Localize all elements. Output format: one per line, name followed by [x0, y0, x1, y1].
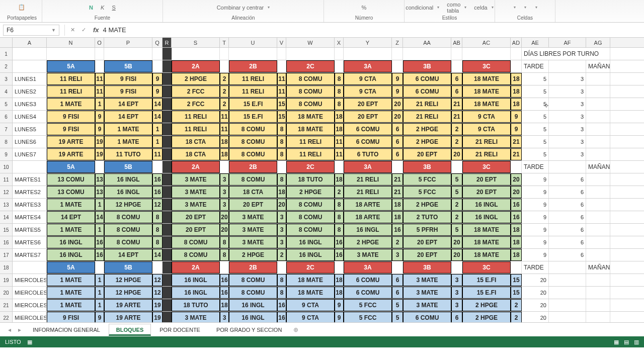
- cell[interactable]: [277, 161, 286, 173]
- cell[interactable]: [586, 287, 610, 299]
- cell[interactable]: 5 PFRH: [403, 224, 451, 236]
- table-row[interactable]: 105A5B2A2B2C3A3B3CTARDEMAÑAN: [0, 161, 644, 173]
- cell[interactable]: 8: [335, 73, 344, 85]
- col-W[interactable]: W: [286, 38, 335, 47]
- cell[interactable]: 21: [511, 148, 522, 160]
- cell[interactable]: 18 MATE: [286, 274, 335, 286]
- cell[interactable]: 18: [335, 111, 344, 123]
- formula-value[interactable]: 4 MATE: [103, 26, 126, 34]
- cell[interactable]: 8: [277, 123, 286, 135]
- cell[interactable]: [549, 161, 586, 173]
- cell[interactable]: 9: [522, 173, 549, 186]
- table-row[interactable]: 12MARTES213 COMU1316 INGL163 MATE318 CTA…: [0, 186, 644, 199]
- cell[interactable]: [220, 261, 229, 274]
- cell[interactable]: [13, 60, 47, 72]
- cell[interactable]: 21 RELI: [344, 173, 392, 186]
- table-row[interactable]: 7LUNES59 FISI91 MATE111 RELI118 COMU818 …: [0, 123, 644, 136]
- cell[interactable]: 9: [522, 236, 549, 248]
- cell[interactable]: 8 COMU: [229, 287, 277, 299]
- cell[interactable]: 14: [152, 111, 163, 123]
- cell[interactable]: [163, 312, 172, 322]
- cell[interactable]: 20 EPT: [344, 98, 392, 110]
- cell[interactable]: MARTES1: [13, 173, 47, 186]
- cell[interactable]: 5: [451, 186, 462, 198]
- cell[interactable]: [586, 211, 610, 223]
- cell[interactable]: 2 FCC: [172, 85, 220, 98]
- cell[interactable]: 2 TUTO: [403, 211, 451, 223]
- col-AC[interactable]: AC: [462, 38, 511, 47]
- cell[interactable]: 15: [277, 111, 286, 123]
- cell[interactable]: 9 FISI: [104, 73, 152, 85]
- cell[interactable]: 2 HPGE: [403, 136, 451, 148]
- cell[interactable]: 8: [220, 249, 229, 261]
- cell[interactable]: 8: [277, 173, 286, 186]
- cell[interactable]: [392, 261, 403, 274]
- cell[interactable]: [451, 161, 462, 173]
- cell[interactable]: 3B: [403, 60, 451, 72]
- cell[interactable]: 8 COMU: [229, 123, 277, 135]
- grid[interactable]: ✧ A N O P Q R S T U V W X Y Z AA AB AC A…: [0, 38, 644, 322]
- cell[interactable]: [163, 199, 172, 211]
- col-Z[interactable]: Z: [392, 38, 403, 47]
- cell[interactable]: 9: [152, 73, 163, 85]
- cell[interactable]: 9: [522, 249, 549, 261]
- cell[interactable]: [95, 161, 104, 173]
- cell[interactable]: 3A: [344, 60, 392, 72]
- cell[interactable]: 8 COMU: [104, 224, 152, 236]
- table-row[interactable]: 185A5B2A2B2C3A3B3CTARDEMAÑAN: [0, 261, 644, 274]
- cell[interactable]: 5 FCC: [344, 312, 392, 322]
- table-row[interactable]: 21MIERCOLES31 MATE119 ARTE1918 TUTO1816 …: [0, 299, 644, 312]
- cell[interactable]: 18 MATE: [462, 98, 511, 110]
- cell[interactable]: [277, 60, 286, 72]
- cell[interactable]: 16 INGL: [104, 186, 152, 198]
- cell[interactable]: [451, 48, 462, 60]
- cell[interactable]: 9: [95, 123, 104, 135]
- cell[interactable]: 1: [95, 199, 104, 211]
- cell[interactable]: 9: [335, 312, 344, 322]
- cell[interactable]: 2 HPGE: [229, 249, 277, 261]
- cell[interactable]: 3 MATE: [172, 199, 220, 211]
- cell[interactable]: 21: [511, 136, 522, 148]
- cell[interactable]: [229, 48, 277, 60]
- cell[interactable]: [335, 48, 344, 60]
- cell[interactable]: 16 INGL: [47, 249, 95, 261]
- cell[interactable]: 2: [451, 211, 462, 223]
- cell[interactable]: 16: [335, 236, 344, 248]
- cell[interactable]: 8: [277, 274, 286, 286]
- cell[interactable]: 18: [511, 249, 522, 261]
- cell[interactable]: 16: [220, 274, 229, 286]
- cell[interactable]: 18 TUTO: [172, 299, 220, 311]
- cell[interactable]: [586, 274, 610, 286]
- cell[interactable]: 2A: [172, 161, 220, 173]
- cell[interactable]: 20: [511, 186, 522, 198]
- cell[interactable]: [586, 73, 610, 85]
- cell[interactable]: 3: [549, 136, 586, 148]
- cell[interactable]: 3 MATE: [229, 236, 277, 248]
- cell[interactable]: 20: [451, 249, 462, 261]
- cell[interactable]: 8 COMU: [104, 236, 152, 248]
- cell[interactable]: 3: [220, 173, 229, 186]
- cell[interactable]: 9 FISI: [47, 111, 95, 123]
- col-AA[interactable]: AA: [403, 38, 451, 47]
- cell[interactable]: 3: [451, 299, 462, 311]
- cell[interactable]: 6: [549, 224, 586, 236]
- cell[interactable]: 18: [511, 85, 522, 98]
- cell[interactable]: [462, 48, 511, 60]
- cell[interactable]: 8 COMU: [172, 249, 220, 261]
- cell[interactable]: 14 EPT: [104, 111, 152, 123]
- cell[interactable]: 1 MATE: [47, 98, 95, 110]
- cell[interactable]: 15: [511, 287, 522, 299]
- cell[interactable]: 5A: [47, 161, 95, 173]
- cell[interactable]: [549, 287, 586, 299]
- cell[interactable]: 2B: [229, 60, 277, 72]
- cell[interactable]: 11 TUTO: [104, 148, 152, 160]
- cell[interactable]: 5B: [104, 161, 152, 173]
- cell[interactable]: [163, 299, 172, 311]
- cell[interactable]: 2B: [229, 261, 277, 274]
- cell[interactable]: [392, 60, 403, 72]
- cell[interactable]: [163, 136, 172, 148]
- cell[interactable]: 16: [152, 173, 163, 186]
- cell[interactable]: 12 HPGE: [104, 199, 152, 211]
- cell[interactable]: [586, 148, 610, 160]
- cell[interactable]: [335, 60, 344, 72]
